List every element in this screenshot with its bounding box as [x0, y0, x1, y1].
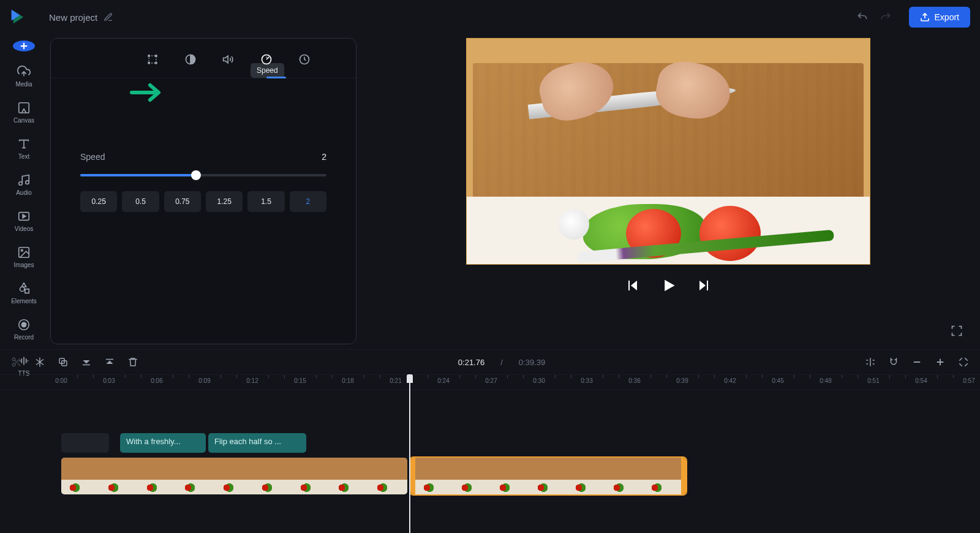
sidebar-item-videos[interactable]: Videos — [15, 210, 33, 232]
sidebar-item-record[interactable]: Record — [14, 318, 34, 341]
ruler-tick: 0:00 — [55, 377, 67, 384]
trash-icon — [127, 357, 138, 368]
speed-preset-2[interactable]: 2 — [290, 191, 326, 212]
panel-tabs — [51, 50, 356, 78]
tab-speed[interactable] — [257, 50, 276, 69]
speed-preset-0-75[interactable]: 0.75 — [164, 191, 201, 212]
snap-button[interactable] — [888, 357, 899, 368]
clip-thumbnail — [61, 458, 100, 494]
ruler-tick: 0:33 — [581, 377, 592, 384]
sidebar-label: Canvas — [13, 117, 34, 124]
header: New project Export — [0, 0, 980, 34]
layer-down-button[interactable] — [104, 357, 115, 368]
speed-slider[interactable] — [80, 174, 326, 176]
sidebar-item-text[interactable]: Text — [17, 137, 31, 160]
ruler-tick: 0:15 — [294, 377, 306, 384]
svg-point-13 — [12, 358, 15, 361]
ruler-tick: 0:45 — [772, 377, 783, 384]
vegetable-row — [467, 197, 870, 264]
cloud-upload-icon — [17, 65, 31, 78]
preview-frame[interactable] — [466, 38, 870, 265]
clip-thumbnail — [215, 458, 254, 494]
playhead[interactable] — [409, 374, 410, 533]
tab-underline — [266, 77, 286, 78]
tracks[interactable]: With a freshly...Flip each half so ... — [0, 390, 980, 533]
volume-icon — [222, 53, 235, 66]
record-icon — [17, 318, 31, 331]
clip-thumbnail — [330, 458, 369, 494]
layer-up-button[interactable] — [81, 357, 92, 368]
speed-preset-0-25[interactable]: 0.25 — [80, 191, 117, 212]
sidebar-item-media[interactable]: Media — [15, 65, 32, 88]
shapes-icon — [17, 282, 31, 295]
speed-preset-1-5[interactable]: 1.5 — [247, 191, 284, 212]
zoom-out-button[interactable] — [911, 357, 922, 368]
copy-icon — [58, 357, 69, 368]
clip-handle-left[interactable] — [410, 458, 415, 494]
current-time: 0:21.76 — [458, 358, 484, 367]
project-title[interactable]: New project — [49, 12, 97, 23]
tab-duration[interactable] — [295, 50, 314, 69]
sidebar-item-images[interactable]: Images — [14, 246, 34, 268]
ruler-tick: 0:30 — [533, 377, 545, 384]
caption-clip[interactable]: Flip each half so ... — [208, 433, 306, 453]
split-view-button[interactable] — [865, 357, 876, 368]
duration: 0:39.39 — [519, 358, 545, 367]
sidebar-item-audio[interactable]: Audio — [16, 173, 32, 196]
clip-thumbnail — [453, 458, 491, 494]
caption-placeholder[interactable] — [61, 433, 109, 453]
clip-thumbnail — [605, 458, 643, 494]
music-icon — [17, 173, 31, 187]
svg-rect-0 — [19, 103, 29, 113]
speed-preset-0-5[interactable]: 0.5 — [122, 191, 159, 212]
tab-volume[interactable] — [219, 50, 238, 69]
video-clip[interactable] — [410, 458, 686, 494]
clip-handle-right[interactable] — [681, 458, 686, 494]
duplicate-button[interactable] — [58, 357, 69, 368]
ruler-tick: 0:06 — [151, 377, 162, 384]
clip-thumbnail — [529, 458, 567, 494]
clip-thumbnail — [491, 458, 529, 494]
skip-forward-icon — [696, 278, 711, 293]
speed-preset-1-25[interactable]: 1.25 — [206, 191, 243, 212]
slider-thumb[interactable] — [191, 170, 201, 180]
caption-clip[interactable]: With a freshly... — [120, 433, 206, 453]
undo-icon[interactable] — [856, 11, 869, 23]
speed-value: 2 — [322, 152, 326, 162]
fullscreen-button[interactable] — [951, 325, 963, 339]
sidebar-item-canvas[interactable]: Canvas — [13, 101, 34, 124]
add-button[interactable] — [13, 40, 35, 51]
zoom-in-button[interactable] — [935, 357, 946, 368]
ruler[interactable]: 0:000:030:060:090:120:150:180:210:240:27… — [0, 374, 980, 390]
ruler-tick: 0:57 — [963, 377, 974, 384]
edit-icon[interactable] — [104, 12, 113, 22]
clip-thumbnail — [138, 458, 177, 494]
layer-up-icon — [81, 357, 92, 368]
speed-panel-body: Speed 2 0.250.50.751.251.52 — [51, 78, 356, 236]
ruler-tick: 0:51 — [867, 377, 879, 384]
clock-icon — [298, 53, 311, 66]
caption-track: With a freshly...Flip each half so ... — [0, 433, 980, 453]
crop-icon — [146, 53, 159, 66]
video-clip[interactable] — [61, 458, 407, 494]
sidebar-item-elements[interactable]: Elements — [11, 282, 37, 304]
play-button[interactable] — [660, 277, 677, 297]
skip-back-icon — [625, 278, 640, 293]
fit-icon — [958, 357, 969, 368]
tomato — [699, 206, 761, 261]
export-label: Export — [935, 12, 959, 22]
skip-back-button[interactable] — [625, 278, 640, 295]
app-logo — [10, 9, 27, 26]
ruler-tick: 0:21 — [390, 377, 401, 384]
ruler-tick: 0:09 — [198, 377, 210, 384]
clip-thumbnail — [292, 458, 331, 494]
play-icon — [660, 277, 677, 294]
tab-transform[interactable] — [143, 50, 162, 69]
skip-forward-button[interactable] — [696, 278, 711, 295]
contrast-icon — [184, 53, 197, 66]
delete-button[interactable] — [127, 357, 138, 368]
export-button[interactable]: Export — [909, 7, 970, 28]
fit-button[interactable] — [958, 357, 969, 368]
tab-adjust[interactable] — [181, 50, 200, 69]
freeze-button[interactable] — [34, 357, 45, 368]
